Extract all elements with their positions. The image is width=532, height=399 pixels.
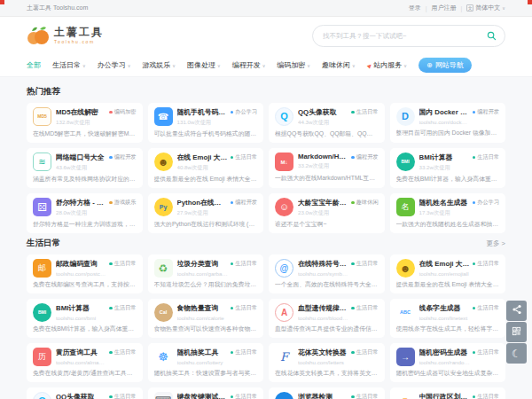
category-label: 生活日常 — [114, 260, 137, 268]
tool-card[interactable]: PyPython在线运行27.9w次使用编程开发强大的Python在线运行和测试… — [148, 193, 264, 233]
tool-category-tag: 办公学习 — [231, 107, 257, 116]
category-dot — [351, 351, 355, 355]
tool-card[interactable]: BMIBMI计算器toolshu.com/bmi生活日常免费在线BMI计算器，输… — [27, 299, 143, 338]
tool-card-text: QQ头像获取toolshu.com/qlogo — [56, 392, 106, 399]
tool-card[interactable]: MD5MD5在线解密132.8w次使用编码加密在线MD5解密工具，快速破解解密M… — [27, 103, 143, 143]
almanac-calendar-icon: 历 — [33, 348, 51, 366]
tool-subtitle: 17.3w次使用 — [419, 209, 470, 217]
search-icon[interactable] — [487, 31, 497, 41]
search-input[interactable] — [321, 31, 487, 41]
tool-category-tag: 趣味休闲 — [351, 198, 378, 207]
tool-subtitle: 131.0w次使用 — [177, 119, 228, 127]
tool-card[interactable]: ☻在线 Emoji 大全 (...40.8w次使用生活日常提供最新最全的在线 E… — [148, 148, 264, 188]
tool-card-top: ☎随机手机号码生成器131.0w次使用办公学习 — [154, 107, 258, 127]
tool-card[interactable]: F花体英文转换器toolshu.com/letters生活日常在线花体英文转换工… — [269, 343, 385, 382]
tool-card[interactable]: e浏览器检测toolshu.com/browser生活日常本机浏览器设备信息检测 — [269, 387, 385, 399]
darkmode-button[interactable]: ☾ — [506, 343, 527, 364]
nav-item-game[interactable]: 游戏娱乐∨ — [142, 60, 176, 70]
chevron-down-icon: ∨ — [128, 63, 131, 68]
qrcode-button[interactable] — [506, 322, 527, 342]
category-label: 游戏娱乐 — [114, 199, 137, 207]
tool-card-top: BMIBMI计算器toolshu.com/bmi生活日常 — [33, 303, 137, 322]
tool-card-top: ☸随机抽奖工具toolshu.com/lottery生活日常 — [154, 348, 258, 366]
tool-card-text: 邮政编码查询toolshu.com/postcode — [56, 259, 106, 277]
qq-penguin-icon: Q — [275, 107, 293, 126]
category-label: 生活日常 — [356, 108, 379, 116]
tool-card[interactable]: QQQ头像获取toolshu.com/qlogo生活日常根据QQ号获取QQ、QQ… — [27, 387, 143, 399]
register-link[interactable]: 用户注册 — [432, 4, 457, 12]
category-dot — [351, 395, 355, 399]
tool-card-top: A血型遗传规律查询toolshu.com/bloodtype生活日常 — [275, 303, 379, 322]
page: 土薯工具 Toolshu.com 登录 | 用户注册 | 文 简体中文 ∨ 土薯… — [0, 0, 532, 399]
nav-item-service[interactable]: ▶站内服务∨ — [367, 60, 407, 70]
tool-card[interactable]: ABC线条字生成器toolshu.com/linetext生活日常使用线条字在线… — [390, 299, 506, 338]
tool-description: 提供最新最全的在线 Emoji 表情大全，收录... — [154, 175, 258, 184]
moon-icon: ☾ — [512, 348, 521, 360]
more-link[interactable]: 更多 > — [487, 239, 505, 248]
tool-subtitle: 44.3w次使用 — [298, 119, 348, 127]
tool-category-tag: 生活日常 — [109, 303, 136, 312]
tool-card[interactable]: A血型遗传规律查询toolshu.com/bloodtype生活日常血型遗传查询… — [269, 299, 385, 338]
nav-item-office[interactable]: 办公学习∨ — [98, 60, 131, 70]
tool-card-text: 线条字生成器toolshu.com/linetext — [419, 303, 470, 321]
tool-card[interactable]: ◉中国行政区划查询toolshu.com/data_location生活日常在线… — [390, 387, 506, 399]
nav-item-all[interactable]: 全部 — [27, 60, 41, 70]
potato-logo-icon — [27, 26, 50, 45]
tool-card[interactable]: BMIBMI计算器33.2w次使用生活日常免费在线BMI计算器，输入身高体重，快… — [390, 148, 506, 188]
tool-card-text: Python在线运行27.9w次使用 — [177, 198, 228, 217]
markdown-icon: M↓ — [275, 153, 293, 171]
tool-title: QQ头像获取 — [298, 107, 348, 117]
tool-card-text: 中国行政区划查询toolshu.com/data_location — [419, 392, 470, 399]
tool-description: 在线MD5解密工具，快速破解解密MD5哈希... — [33, 129, 137, 138]
tool-subtitle: toolshu.com/linetext — [419, 315, 470, 321]
tool-category-tag: 生活日常 — [351, 392, 378, 399]
tool-card-text: 键盘按键测试工具toolshu.com/keyboard — [177, 392, 228, 399]
tool-card[interactable]: →随机密码生成器toolshu.com/random_pass生活日常随机密码生… — [390, 343, 506, 382]
tool-card-text: 国内 Docker 镜像源toolshu.com/docker-mirror — [419, 107, 470, 125]
tool-subtitle: toolshu.com/calorie — [177, 315, 228, 321]
tool-card[interactable]: ≋网络端口号大全43.6w次使用编程开发涵盖所有常见及特殊网络协议对应的端口号信… — [27, 148, 143, 188]
browser-icon: e — [275, 392, 293, 399]
category-label: 生活日常 — [114, 393, 137, 399]
red-marker-top-left — [0, 0, 4, 4]
tool-card[interactable]: ♻垃圾分类查询toolshu.com/garbage生活日常不知道垃圾怎么分？用… — [148, 254, 264, 293]
tool-card[interactable]: 名随机姓名生成器17.3w次使用办公学习一款强大的在线随机姓名生成器和抽取器，提… — [390, 193, 506, 233]
tool-card-text: 花体英文转换器toolshu.com/letters — [298, 348, 348, 365]
tool-card[interactable]: 历黄历查询工具toolshu.com/almanac生活日常免费在线黄历/老黄历… — [27, 343, 143, 382]
tool-title: 垃圾分类查询 — [177, 259, 228, 269]
tool-subtitle: 43.6w次使用 — [56, 164, 106, 172]
tool-card[interactable]: ☺大龄宝宝年龄计算器23.0w次使用趣味休闲谁还不是个宝宝啊~ — [269, 193, 385, 233]
category-dot — [473, 351, 476, 355]
site-logo[interactable]: 土薯工具 Toolshu.com — [27, 26, 104, 45]
tool-card[interactable]: 邮邮政编码查询toolshu.com/postcode生活日常免费在线邮编区号查… — [27, 254, 143, 293]
tool-card-top: ☻在线 Emoji 大全 (...40.8w次使用生活日常 — [154, 153, 258, 172]
category-label: 生活日常 — [356, 304, 379, 312]
tool-category-tag: 生活日常 — [351, 303, 378, 312]
tool-title: BMI计算器 — [419, 153, 470, 162]
tool-description: 整理目前可用的国内 Docker 镜像加速源，提... — [396, 129, 500, 137]
tool-card[interactable]: ☸随机抽奖工具toolshu.com/lottery生活日常随机抽奖工具：快速设… — [148, 343, 264, 382]
site-nav-button[interactable]: ⊕网站导航 — [419, 58, 472, 73]
tool-card[interactable]: D国内 Docker 镜像源toolshu.com/docker-mirror编… — [390, 103, 506, 143]
nav-item-fun[interactable]: 趣味休闲∨ — [322, 60, 356, 70]
tool-subtitle: toolshu.com/almanac — [56, 359, 106, 365]
language-select[interactable]: 文 简体中文 ∨ — [466, 4, 505, 12]
nav-item-encode[interactable]: 编码加密∨ — [277, 60, 310, 70]
nav-item-life[interactable]: 生活日常∨ — [52, 60, 86, 70]
tool-card[interactable]: M↓Markdown/HTML...33.2w次使用编程开发一款强大的在线Mar… — [269, 148, 385, 188]
category-dot — [473, 395, 476, 399]
tool-description: 食物热量查询可以快速查询各种食物的热量及... — [154, 325, 258, 333]
nav-item-dev[interactable]: 编程开发∨ — [232, 60, 266, 70]
tool-card[interactable]: QQQ头像获取44.3w次使用生活日常根据QQ号获取QQ、QQ邮箱、QQ空间头像 — [269, 103, 385, 143]
tool-card[interactable]: ⌨键盘按键测试工具toolshu.com/keyboard生活日常在线测试键盘按… — [148, 387, 264, 399]
tool-card[interactable]: @在线特殊符号大全toolshu.com/symbols生活日常一个全面、高效的… — [269, 254, 385, 293]
tool-card[interactable]: Cal食物热量查询toolshu.com/calorie生活日常食物热量查询可以… — [148, 299, 264, 338]
login-link[interactable]: 登录 — [409, 4, 421, 12]
nav-item-image[interactable]: 图像处理∨ — [187, 60, 221, 70]
tool-card[interactable]: ☻在线 Emoji 大全 (...toolshu.com/emojiall生活日… — [390, 254, 506, 293]
share-button[interactable] — [506, 301, 527, 321]
tool-card[interactable]: ⚄舒尔特方格 - 注意...28.0w次使用游戏娱乐舒尔特方格是一种注意力训练游… — [27, 193, 143, 233]
tool-card[interactable]: ☎随机手机号码生成器131.0w次使用办公学习可以批量生成符合手机号码格式的随机… — [148, 103, 264, 143]
tool-card-text: 在线特殊符号大全toolshu.com/symbols — [298, 259, 348, 277]
tool-description: 免费在线邮编区号查询工具，支持按城市、区... — [33, 280, 137, 289]
